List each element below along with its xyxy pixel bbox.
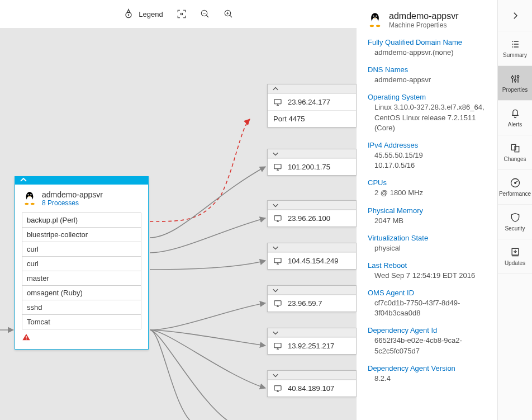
- compass-icon: [123, 8, 134, 20]
- svg-rect-21: [274, 385, 281, 390]
- chevron-right-icon: [510, 11, 520, 21]
- legend-button[interactable]: Legend: [123, 8, 163, 20]
- machine-node[interactable]: admdemo-appsvr 8 Processes backup.pl (Pe…: [15, 176, 149, 350]
- process-row[interactable]: bluestripe-collector: [22, 227, 141, 242]
- bell-icon: [510, 108, 521, 119]
- property-label: Virtualization State: [368, 234, 488, 242]
- property: CPUs2 @ 1800 MHz: [368, 178, 488, 198]
- property: Fully Qualified Domain Nameadmdemo-appsv…: [368, 38, 488, 58]
- external-ip-row[interactable]: 40.84.189.107: [268, 380, 356, 397]
- property-label: Operating System: [368, 93, 488, 101]
- tab-label: Performance: [499, 191, 531, 197]
- monitor-icon: [273, 214, 282, 223]
- tab-updates[interactable]: Updates: [498, 239, 532, 274]
- svg-rect-2: [180, 13, 182, 15]
- property: Operating SystemLinux 3.10.0-327.28.3.el…: [368, 93, 488, 133]
- process-row[interactable]: Tomcat: [22, 314, 141, 329]
- property-value: 45.55.50.15/19: [368, 150, 488, 161]
- tab-label: Changes: [504, 156, 526, 162]
- legend-label: Legend: [139, 10, 163, 18]
- details-panel: admdemo-appsvr Machine Properties Fully …: [357, 0, 497, 420]
- svg-point-12: [31, 203, 35, 205]
- chevron-down-icon[interactable]: [268, 149, 356, 158]
- property-value: 6652f34b-e02e-4cb8-9ca2-5c2c5fc075d7: [368, 336, 488, 356]
- collapse-panel-button[interactable]: [498, 0, 532, 31]
- external-ip-row[interactable]: 104.45.154.249: [268, 252, 356, 269]
- external-ip-row[interactable]: 13.92.251.217: [268, 337, 356, 354]
- external-node[interactable]: 23.96.26.100: [267, 200, 357, 227]
- external-ip-row[interactable]: 23.96.59.7: [268, 295, 356, 312]
- property-label: DNS Names: [368, 65, 488, 74]
- external-ip-row[interactable]: 23.96.26.100: [268, 210, 356, 226]
- tab-summary[interactable]: Summary: [498, 31, 532, 66]
- tab-label: Properties: [502, 87, 528, 93]
- external-ip-label: 101.200.1.75: [288, 163, 330, 171]
- external-ip-label: 23.96.26.100: [288, 214, 330, 223]
- process-row[interactable]: curl: [22, 256, 141, 271]
- monitor-icon: [273, 257, 282, 266]
- chevron-down-icon[interactable]: [268, 371, 356, 380]
- process-row[interactable]: sshd: [22, 300, 141, 315]
- svg-point-9: [28, 195, 28, 195]
- tab-changes[interactable]: Changes: [498, 135, 532, 170]
- tab-alerts[interactable]: Alerts: [498, 101, 532, 135]
- tab-performance[interactable]: Performance: [498, 170, 532, 205]
- chevron-down-icon[interactable]: [268, 286, 356, 295]
- external-ip-row[interactable]: 101.200.1.75: [268, 158, 356, 175]
- fit-button[interactable]: [177, 9, 187, 19]
- chevron-down-icon[interactable]: [268, 201, 356, 210]
- monitor-icon: [273, 98, 282, 107]
- zoom-in-button[interactable]: [224, 9, 234, 19]
- external-node[interactable]: 40.84.189.107: [267, 370, 357, 397]
- property-value: Linux 3.10.0-327.28.3.el7.x86_64, CentOS…: [368, 102, 488, 133]
- monitor-icon: [273, 342, 282, 351]
- chevron-up-icon: [20, 177, 27, 184]
- external-ip-label: 23.96.59.7: [288, 299, 322, 308]
- svg-rect-19: [274, 300, 281, 305]
- linux-penguin-icon: [368, 11, 382, 28]
- monitor-icon: [273, 163, 282, 172]
- property-value: physical: [368, 243, 488, 253]
- external-ip-row[interactable]: 23.96.24.177: [268, 93, 356, 110]
- external-node[interactable]: 23.96.59.7: [267, 285, 357, 312]
- tab-label: Summary: [503, 52, 527, 58]
- side-tab-strip: SummaryPropertiesAlertsChangesPerformanc…: [497, 0, 532, 420]
- process-row[interactable]: omsagent (Ruby): [22, 285, 141, 300]
- svg-rect-17: [274, 215, 281, 220]
- list-icon: [510, 39, 521, 50]
- dependency-map-canvas[interactable]: admdemo-appsvr 8 Processes backup.pl (Pe…: [0, 28, 357, 420]
- property: Physical Memory2047 MB: [368, 206, 488, 226]
- svg-point-32: [517, 75, 519, 77]
- process-list: backup.pl (Perl)bluestripe-collectorcurl…: [15, 210, 148, 329]
- external-node[interactable]: 23.96.24.177Port 4475: [267, 84, 357, 128]
- tab-security[interactable]: Security: [498, 205, 532, 239]
- node-subtitle: 8 Processes: [42, 199, 103, 207]
- svg-rect-14: [26, 339, 26, 339]
- external-node[interactable]: 13.92.251.217: [267, 328, 357, 355]
- external-ip-label: 23.96.24.177: [288, 98, 330, 106]
- chevron-up-icon[interactable]: [268, 84, 356, 93]
- property-label: Physical Memory: [368, 206, 488, 215]
- external-port-row[interactable]: Port 4475: [268, 110, 356, 127]
- node-titlebar[interactable]: [15, 177, 148, 185]
- download-icon: [510, 247, 521, 258]
- svg-point-28: [370, 25, 374, 27]
- details-title: admdemo-appsvr: [389, 11, 459, 21]
- external-node[interactable]: 101.200.1.75: [267, 149, 357, 176]
- svg-point-1: [128, 14, 130, 16]
- chevron-down-icon[interactable]: [268, 328, 356, 337]
- property-label: Dependency Agent Version: [368, 364, 488, 372]
- process-row[interactable]: master: [22, 271, 141, 286]
- svg-point-31: [514, 79, 516, 81]
- warning-icon[interactable]: [22, 335, 31, 343]
- property-value: admdemo-appsvr: [368, 75, 488, 85]
- chevron-down-icon[interactable]: [268, 243, 356, 252]
- property: Dependency Agent Id6652f34b-e02e-4cb8-9c…: [368, 326, 488, 356]
- process-row[interactable]: curl: [22, 242, 141, 257]
- svg-point-26: [373, 16, 374, 16]
- process-row[interactable]: backup.pl (Perl): [22, 213, 141, 228]
- external-node[interactable]: 104.45.154.249: [267, 243, 357, 270]
- zoom-out-button[interactable]: [200, 9, 210, 19]
- property-value: 10.17.0.5/16: [368, 161, 488, 171]
- tab-properties[interactable]: Properties: [498, 66, 532, 101]
